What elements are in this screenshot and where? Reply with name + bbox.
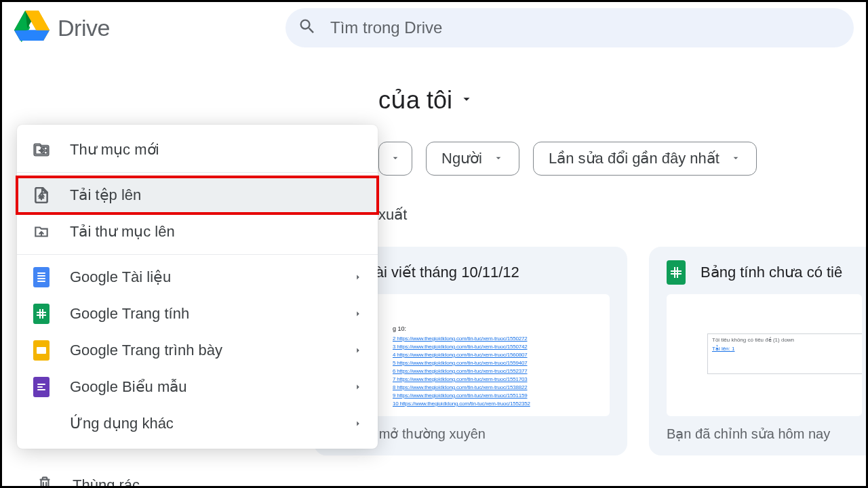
breadcrumb[interactable]: của tôi <box>378 86 474 115</box>
file-upload-icon <box>32 186 51 205</box>
sidebar: Thùng rác Bộ nhớ <box>36 468 294 488</box>
trash-icon <box>36 474 54 488</box>
new-menu: Thư mục mới Tải tệp lên Tải thư mục lên … <box>17 125 378 449</box>
docs-icon <box>32 268 51 287</box>
file-card[interactable]: Bảng tính chưa có tiê Tôi tiêu không có … <box>649 247 868 455</box>
chevron-down-icon <box>493 150 504 167</box>
menu-item-label: Thư mục mới <box>70 141 363 159</box>
menu-item-file-upload[interactable]: Tải tệp lên <box>17 177 378 214</box>
file-card-reason: Bạn đã chỉnh sửa hôm nay <box>649 426 868 442</box>
suggested-cards: Bài viết tháng 10/11/12 g 10: 2 https://… <box>314 247 868 455</box>
chevron-down-icon <box>730 150 741 167</box>
svg-marker-5 <box>14 30 50 41</box>
menu-item-label: Google Tài liệu <box>70 268 334 286</box>
menu-item-more-apps[interactable]: Ứng dụng khác <box>17 405 378 442</box>
menu-separator <box>17 172 378 173</box>
product-name: Drive <box>58 15 110 41</box>
menu-separator <box>17 254 378 255</box>
menu-item-label: Google Trang trình bày <box>70 342 334 359</box>
menu-item-new-folder[interactable]: Thư mục mới <box>17 131 378 168</box>
chevron-right-icon <box>353 305 363 323</box>
file-card-title: Bài viết tháng 10/11/12 <box>366 264 519 281</box>
new-folder-icon <box>32 140 51 159</box>
chevron-down-icon <box>390 150 401 167</box>
chevron-right-icon <box>353 268 363 286</box>
menu-item-label: Google Biểu mẫu <box>70 378 334 396</box>
file-thumbnail: Tôi tiêu không có tiêu đề (1) down Tải l… <box>667 294 862 416</box>
brand[interactable]: Drive <box>14 10 285 45</box>
file-card-title: Bảng tính chưa có tiê <box>701 264 842 281</box>
filter-row: Người Lần sửa đổi gần đây nhất <box>378 142 757 176</box>
search-bar[interactable] <box>285 8 854 47</box>
menu-item-folder-upload[interactable]: Tải thư mục lên <box>17 214 378 250</box>
sheets-icon <box>667 260 686 285</box>
chevron-right-icon <box>353 415 363 432</box>
chevron-right-icon <box>353 378 363 396</box>
page-title: của tôi <box>378 86 452 115</box>
folder-upload-icon <box>32 222 51 241</box>
menu-item-label: Google Trang tính <box>70 305 334 323</box>
menu-item-label: Tải thư mục lên <box>70 223 363 241</box>
slides-icon <box>32 341 51 360</box>
chip-label: Người <box>441 150 482 167</box>
sheets-icon <box>32 304 51 323</box>
menu-item-label: Ứng dụng khác <box>70 415 334 432</box>
menu-item-google-docs[interactable]: Google Tài liệu <box>17 259 378 296</box>
menu-item-google-slides[interactable]: Google Trang trình bày <box>17 332 378 369</box>
forms-icon <box>32 378 51 396</box>
filter-chip-people[interactable]: Người <box>426 142 519 176</box>
chevron-right-icon <box>353 342 363 359</box>
sidebar-item-label: Thùng rác <box>73 476 140 488</box>
filter-chip-type-overflow[interactable] <box>378 142 412 176</box>
blank-icon <box>32 414 51 433</box>
sidebar-item-trash[interactable]: Thùng rác <box>36 468 294 488</box>
drive-logo-icon <box>14 10 50 45</box>
chip-label: Lần sửa đổi gần đây nhất <box>549 150 719 167</box>
app-header: Drive <box>2 2 866 54</box>
dropdown-caret-icon <box>459 92 474 109</box>
suggested-section-label: xuất <box>378 206 407 224</box>
search-icon <box>298 17 317 39</box>
menu-item-google-sheets[interactable]: Google Trang tính <box>17 296 378 332</box>
search-input[interactable] <box>329 18 842 38</box>
menu-item-google-forms[interactable]: Google Biểu mẫu <box>17 369 378 405</box>
filter-chip-modified[interactable]: Lần sửa đổi gần đây nhất <box>533 142 757 176</box>
menu-item-label: Tải tệp lên <box>70 186 363 204</box>
